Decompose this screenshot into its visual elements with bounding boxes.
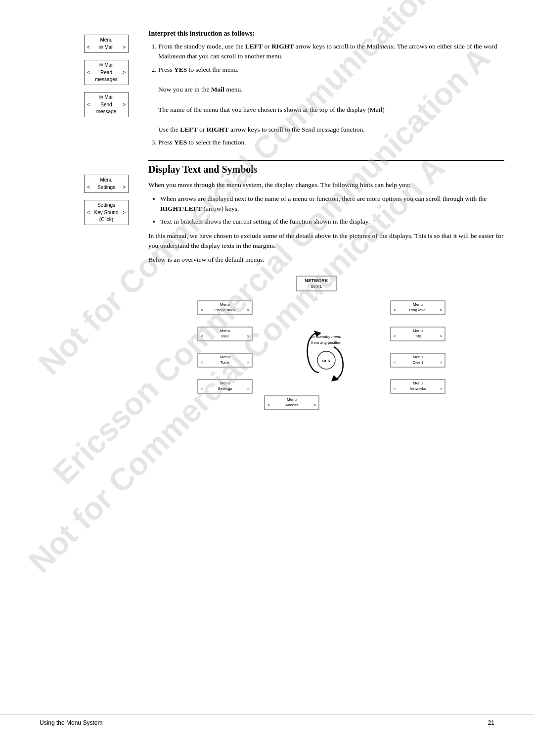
- left-margin: Menu < ✉ Mail > ✉ Mail < Read >: [30, 30, 138, 699]
- menu-left-arrow-3: <: [87, 101, 90, 108]
- access-right: >: [314, 403, 316, 407]
- networks-left: <: [394, 386, 396, 391]
- menu-box-title-4: Menu: [87, 177, 126, 184]
- network-time: 06:01: [311, 284, 322, 289]
- menu-label-3: Send: [100, 101, 112, 108]
- menu-box-key-sound: Settings < Key Sound > (Click): [84, 200, 129, 225]
- clr-label: CLR: [322, 359, 331, 363]
- menu-right-arrow: >: [123, 44, 126, 51]
- menu-label: ✉ Mail: [99, 44, 113, 51]
- diagram-area: NETWORK 06:01 Menu < Phone book > Menu <…: [148, 274, 504, 422]
- step-1: From the standby mode, use the LEFT or R…: [158, 42, 504, 62]
- interpret-heading: Interpret this instruction as follows:: [148, 30, 504, 38]
- menu-box-row-4: < Settings >: [87, 184, 126, 191]
- tools-right: >: [247, 360, 250, 365]
- footer-section-label: Using the Menu System: [40, 719, 488, 726]
- menu-box-mail-read: ✉ Mail < Read > messages: [84, 60, 129, 85]
- margin-group-top: Menu < ✉ Mail > ✉ Mail < Read >: [30, 35, 129, 117]
- footer-text: Using the Menu System: [40, 719, 102, 726]
- menu-box-title-3: ✉ Mail: [87, 94, 126, 101]
- settings-left: <: [201, 386, 203, 391]
- info-menu-label: Menu: [413, 329, 423, 333]
- tools-label: Tools: [221, 360, 230, 365]
- phonebook-label: Phone book: [215, 308, 236, 312]
- networks-right: >: [440, 386, 443, 391]
- info-right: >: [440, 334, 443, 338]
- display-text-heading: Display Text and Symbols: [148, 160, 504, 175]
- phonebook-left: <: [201, 308, 203, 312]
- networks-menu-label: Menu: [413, 381, 423, 385]
- menu-sub-label-3: (Click): [87, 216, 126, 223]
- footer-page-number: 21: [488, 719, 494, 726]
- mail-left: <: [201, 334, 203, 338]
- menu-left-arrow: <: [87, 44, 90, 51]
- ring-label: Ring level: [409, 308, 426, 312]
- ring-left: <: [394, 308, 396, 312]
- mail-label: Mail: [222, 334, 229, 338]
- menu-box-title: Menu: [87, 37, 126, 44]
- menu-box-row-5: < Key Sound >: [87, 209, 126, 216]
- menu-box-settings: Menu < Settings >: [84, 175, 129, 193]
- menu-right-arrow-3: >: [123, 101, 126, 108]
- bullets-list: When arrows are displayed next to the na…: [148, 194, 504, 227]
- step-2: Press YES to select the menu. Now you ar…: [158, 65, 504, 135]
- menu-sub-label: messages: [87, 76, 126, 83]
- menu-label-4: Settings: [97, 184, 115, 191]
- menu-box-row-2: < Read >: [87, 69, 126, 76]
- tools-left: <: [201, 360, 203, 365]
- menu-right-arrow-5: >: [123, 209, 126, 216]
- menu-left-arrow-5: <: [87, 209, 90, 216]
- footer: Using the Menu System 21: [0, 714, 534, 726]
- menu-box-row-3: < Send >: [87, 101, 126, 108]
- info-left: <: [394, 334, 396, 338]
- network-label: NETWORK: [305, 278, 328, 283]
- menu-box-mail-send: ✉ Mail < Send > message: [84, 92, 129, 117]
- tools-menu-label: Menu: [220, 355, 230, 359]
- menu-left-arrow-2: <: [87, 69, 90, 76]
- divert-label: Divert: [413, 360, 424, 365]
- menu-right-arrow-2: >: [123, 69, 126, 76]
- bullet-1: When arrows are displayed next to the na…: [160, 194, 504, 214]
- menu-sub-label-2: message: [87, 108, 126, 115]
- settings-right: >: [247, 386, 250, 391]
- menu-box-title-5: Settings: [87, 202, 126, 209]
- menu-label-5: Key Sound: [94, 209, 119, 216]
- menu-box-row: < ✉ Mail >: [87, 44, 126, 51]
- margin-group-bottom: Menu < Settings > Settings < Key Sound >: [30, 175, 129, 225]
- menu-box-menu-mail: Menu < ✉ Mail >: [84, 35, 129, 53]
- menu-diagram: NETWORK 06:01 Menu < Phone book > Menu <…: [188, 274, 465, 422]
- ring-menu-label: Menu: [413, 302, 423, 307]
- mail-right: >: [247, 334, 250, 338]
- menu-box-title-2: ✉ Mail: [87, 62, 126, 69]
- phonebook-right: >: [247, 308, 250, 312]
- para-2: Below is an overview of the default menu…: [148, 255, 504, 265]
- main-content: Interpret this instruction as follows: F…: [138, 30, 504, 699]
- phonebook-menu-label: Menu: [220, 302, 230, 307]
- step-3: Press YES to select the function.: [158, 138, 504, 147]
- menu-label-2: Read: [100, 69, 112, 76]
- divert-left: <: [394, 360, 396, 365]
- para-1: In this manual, we have chosen to exclud…: [148, 231, 504, 251]
- bullet-2: Text in brackets shows the current setti…: [160, 217, 504, 227]
- steps-list: From the standby mode, use the LEFT or R…: [148, 42, 504, 148]
- info-label: Info: [414, 334, 421, 338]
- networks-label: Networks: [409, 386, 426, 391]
- ring-right: >: [440, 308, 443, 312]
- access-label: Access: [285, 403, 298, 407]
- settings-menu-label: Menu: [220, 381, 230, 385]
- divert-menu-label: Menu: [413, 355, 423, 359]
- menu-left-arrow-4: <: [87, 184, 90, 191]
- mail-menu-label: Menu: [220, 329, 230, 333]
- access-menu-label: Menu: [287, 397, 297, 402]
- intro-text: When you move through the menu system, t…: [148, 180, 504, 190]
- from-label: from any position: [312, 340, 342, 345]
- divert-right: >: [440, 360, 443, 365]
- settings-label: Settings: [218, 386, 232, 391]
- menu-right-arrow-4: >: [123, 184, 126, 191]
- access-left: <: [267, 403, 270, 407]
